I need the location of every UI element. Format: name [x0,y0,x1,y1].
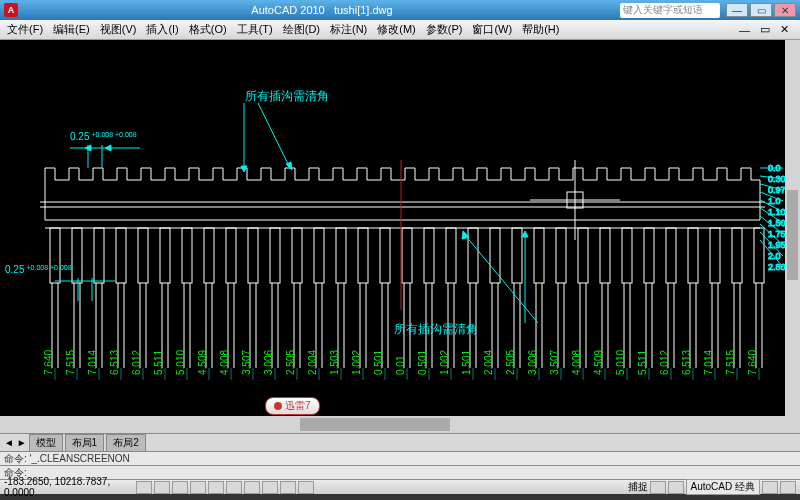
doc-minimize-button[interactable]: — [736,23,753,37]
svg-rect-104 [754,228,764,283]
window-title: AutoCAD 2010 tushi[1].dwg [24,4,620,16]
svg-rect-92 [666,228,676,283]
vdim-5: 5.511 [153,350,164,375]
grid-toggle[interactable] [154,481,170,494]
vdim-12: 2.004 [307,350,318,375]
menu-draw[interactable]: 绘图(D) [280,21,323,38]
menu-window[interactable]: 窗口(W) [469,21,515,38]
menubar: 文件(F) 编辑(E) 视图(V) 插入(I) 格式(O) 工具(T) 绘图(D… [0,20,800,40]
svg-rect-35 [248,228,258,283]
xunlei-popup[interactable]: 迅雷7 [265,397,320,415]
snap-toggle[interactable] [136,481,152,494]
vdim-10: 3.006 [263,350,274,375]
rdim-1: 0.30 [768,174,786,184]
annotation-bottom: 所有插沟需清角 [394,322,478,336]
xunlei-icon [274,402,282,410]
status-btn-c[interactable] [762,481,778,494]
vdim-14: 1.002 [351,350,362,375]
vdim-22: 3.006 [527,350,538,375]
svg-rect-14 [94,228,104,283]
svg-rect-77 [556,228,566,283]
vdim-18: 1.002 [439,350,450,375]
svg-rect-95 [688,228,698,283]
vdim-26: 5.010 [615,350,626,375]
vdim-29: 6.513 [681,350,692,375]
dyn-toggle[interactable] [262,481,278,494]
vdim-30: 7.014 [703,350,714,375]
menu-format[interactable]: 格式(O) [186,21,230,38]
menu-file[interactable]: 文件(F) [4,21,46,38]
search-input[interactable]: 键入关键字或短语 [620,3,720,18]
svg-rect-26 [182,228,192,283]
menu-param[interactable]: 参数(P) [423,21,466,38]
rdim-2: 0.97 [768,185,786,195]
qp-toggle[interactable] [298,481,314,494]
maximize-button[interactable]: ▭ [750,3,772,17]
svg-rect-65 [468,228,478,283]
ducs-toggle[interactable] [244,481,260,494]
svg-rect-32 [226,228,236,283]
svg-rect-80 [578,228,588,283]
status-btn-b[interactable] [668,481,684,494]
dim-top: 0.25+0.008 +0.008 [70,131,137,142]
doc-maximize-button[interactable]: ▭ [757,22,773,37]
annotation-top: 所有插沟需清角 [245,89,329,103]
vdim-20: 2.004 [483,350,494,375]
command-history: 命令: '_.CLEANSCREENON [0,451,800,465]
menu-tools[interactable]: 工具(T) [234,21,276,38]
tab-nav[interactable]: ◄ ► [4,437,27,448]
vdim-25: 4.509 [593,350,604,375]
menu-dim[interactable]: 标注(N) [327,21,370,38]
svg-rect-50 [358,228,368,283]
vdim-1: 7.515 [65,350,76,375]
menu-help[interactable]: 帮助(H) [519,21,562,38]
app-logo-icon[interactable]: A [4,3,18,17]
rdim-9: 2.80 [768,262,786,272]
vdim-11: 2.505 [285,350,296,375]
tab-layout1[interactable]: 布局1 [65,434,105,452]
menu-insert[interactable]: 插入(I) [143,21,181,38]
close-button[interactable]: ✕ [774,3,796,17]
drawing-canvas[interactable]: 0.00.300.971.01.101.501.751.952.02.80 7.… [0,40,800,433]
doc-close-button[interactable]: ✕ [777,22,792,37]
vdim-9: 3.507 [241,350,252,375]
ortho-toggle[interactable] [172,481,188,494]
polar-toggle[interactable] [190,481,206,494]
vdim-24: 4.008 [571,350,582,375]
svg-rect-20 [138,228,148,283]
vdim-17: 0.501 [417,350,428,375]
svg-rect-71 [512,228,522,283]
svg-rect-41 [292,228,302,283]
titlebar: A AutoCAD 2010 tushi[1].dwg 键入关键字或短语 — ▭… [0,0,800,20]
svg-rect-62 [446,228,456,283]
menu-edit[interactable]: 编辑(E) [50,21,93,38]
tab-layout2[interactable]: 布局2 [106,434,146,452]
dim-left: 0.25+0.008 +0.008 [5,264,72,275]
menu-modify[interactable]: 修改(M) [374,21,419,38]
vdim-31: 7.515 [725,350,736,375]
vdim-4: 6.012 [131,350,142,375]
otrack-toggle[interactable] [226,481,242,494]
rdim-7: 1.95 [768,240,786,250]
vdim-13: 1.503 [329,350,340,375]
svg-rect-1 [787,190,798,280]
workspace-combo[interactable]: AutoCAD 经典 [686,479,760,495]
vdim-32: 7.640 [747,350,758,375]
vdim-15: 0.501 [373,350,384,375]
osnap-toggle[interactable] [208,481,224,494]
tab-model[interactable]: 模型 [29,434,63,452]
menu-view[interactable]: 视图(V) [97,21,140,38]
minimize-button[interactable]: — [726,3,748,17]
vdim-0: 7.640 [43,350,54,375]
svg-rect-29 [204,228,214,283]
lwt-toggle[interactable] [280,481,296,494]
svg-rect-38 [270,228,280,283]
coord-readout: -183.2650, 10218.7837, 0.0000 [4,476,134,498]
svg-rect-98 [710,228,720,283]
vdim-21: 2.505 [505,350,516,375]
rdim-3: 1.0 [768,196,781,206]
status-btn-d[interactable] [780,481,796,494]
svg-rect-8 [50,228,60,283]
status-btn-a[interactable] [650,481,666,494]
svg-rect-11 [72,228,82,283]
